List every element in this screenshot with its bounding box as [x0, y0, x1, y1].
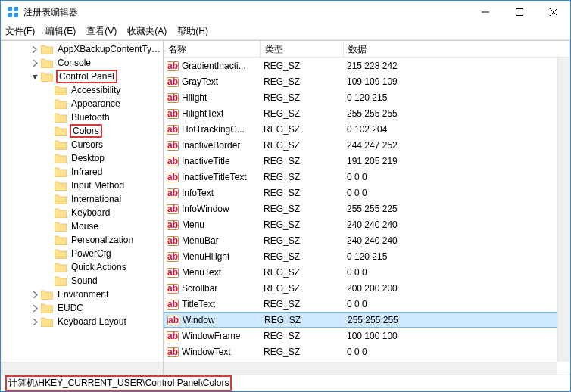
svg-text:ab: ab [167, 140, 178, 151]
tree-item[interactable]: Sound [2, 274, 163, 288]
tree-item[interactable]: Colors [2, 124, 163, 138]
row-data: 255 255 255 [345, 315, 569, 325]
row-name: InfoText [182, 188, 214, 198]
tree-spacer [43, 98, 54, 109]
table-row[interactable]: abMenuREG_SZ240 240 240 [164, 216, 570, 232]
tree-spacer [43, 166, 54, 177]
table-row[interactable]: abInactiveTitleREG_SZ191 205 219 [164, 153, 570, 169]
table-row[interactable]: abMenuTextREG_SZ0 0 0 [164, 264, 570, 280]
tree-item-label: Personalization [70, 235, 135, 245]
row-name: Menu [182, 219, 204, 230]
tree-item[interactable]: Quick Actions [2, 260, 163, 274]
tree-item[interactable]: Console [2, 56, 163, 70]
folder-icon [55, 99, 67, 109]
table-row[interactable]: abWindowFrameREG_SZ100 100 100 [164, 328, 570, 344]
folder-icon [55, 154, 67, 163]
tree-item[interactable]: AppXBackupContentType [2, 42, 163, 56]
chevron-down-icon[interactable] [30, 71, 40, 82]
tree-horizontal-scrollbar[interactable] [1, 362, 163, 375]
tree-item[interactable]: Personalization [2, 233, 163, 247]
tree-item[interactable]: Control Panel [2, 70, 163, 83]
tree-item[interactable]: International [2, 192, 163, 206]
chevron-right-icon[interactable] [30, 303, 40, 313]
svg-text:ab: ab [167, 283, 178, 294]
tree-item[interactable]: Appearance [2, 97, 163, 110]
list-horizontal-scrollbar[interactable] [164, 362, 557, 375]
svg-text:ab: ab [167, 156, 178, 166]
column-type[interactable]: 类型 [261, 41, 344, 57]
row-data: 240 240 240 [344, 219, 570, 230]
minimize-button[interactable] [468, 1, 502, 23]
table-row[interactable]: abHilightREG_SZ0 120 215 [164, 89, 570, 105]
row-type: REG_SZ [261, 283, 344, 294]
tree-item[interactable]: EUDC [2, 301, 163, 315]
chevron-right-icon[interactable] [30, 289, 40, 300]
row-name: HotTrackingC... [182, 124, 245, 135]
table-row[interactable]: abInfoTextREG_SZ0 0 0 [164, 185, 570, 201]
svg-text:ab: ab [167, 92, 178, 103]
table-row[interactable]: abWindowREG_SZ255 255 255 [164, 312, 570, 328]
tree-item[interactable]: Input Method [2, 179, 163, 192]
tree-panel[interactable]: AppXBackupContentTypeConsoleControl Pane… [1, 41, 164, 375]
table-row[interactable]: abMenuHilightREG_SZ0 120 215 [164, 248, 570, 264]
table-row[interactable]: abInactiveBorderREG_SZ244 247 252 [164, 137, 570, 153]
table-row[interactable]: abGrayTextREG_SZ109 109 109 [164, 73, 570, 89]
table-row[interactable]: abScrollbarREG_SZ200 200 200 [164, 280, 570, 296]
tree-item[interactable]: Environment [2, 288, 163, 301]
row-data: 191 205 219 [344, 156, 570, 166]
row-data: 0 0 0 [344, 347, 570, 357]
row-type: REG_SZ [261, 61, 344, 71]
tree-item-label: Quick Actions [70, 262, 128, 272]
table-row[interactable]: abWindowTextREG_SZ0 0 0 [164, 344, 570, 359]
tree-item[interactable]: Desktop [2, 151, 163, 165]
table-row[interactable]: abHilightTextREG_SZ255 255 255 [164, 105, 570, 121]
row-type: REG_SZ [261, 347, 344, 357]
tree-spacer [43, 126, 54, 136]
folder-icon [55, 167, 67, 177]
menu-file[interactable]: 文件(F) [5, 25, 35, 38]
table-row[interactable]: abInfoWindowREG_SZ255 255 225 [164, 201, 570, 216]
menu-favorites[interactable]: 收藏夹(A) [127, 25, 167, 38]
table-row[interactable]: abMenuBarREG_SZ240 240 240 [164, 232, 570, 248]
menu-view[interactable]: 查看(V) [86, 25, 117, 38]
menu-edit[interactable]: 编辑(E) [45, 25, 76, 38]
tree-item[interactable]: PowerCfg [2, 247, 163, 260]
tree-item[interactable]: Cursors [2, 138, 163, 151]
table-row[interactable]: abTitleTextREG_SZ0 0 0 [164, 296, 570, 312]
row-name: TitleText [182, 299, 215, 310]
tree-item-label: Appearance [70, 98, 122, 109]
close-button[interactable] [536, 1, 570, 23]
tree-item[interactable]: Accessibility [2, 83, 163, 97]
table-row[interactable]: abHotTrackingC...REG_SZ0 102 204 [164, 121, 570, 137]
string-value-icon: ab [167, 76, 179, 88]
tree-item[interactable]: Infrared [2, 165, 163, 179]
tree-item[interactable]: Bluetooth [2, 110, 163, 124]
maximize-button[interactable] [502, 1, 536, 23]
row-type: REG_SZ [261, 315, 345, 325]
tree-item[interactable]: Keyboard [2, 206, 163, 219]
tree-spacer [43, 248, 54, 259]
row-name: GrayText [182, 76, 218, 87]
content-area: AppXBackupContentTypeConsoleControl Pane… [1, 40, 570, 375]
chevron-right-icon[interactable] [30, 316, 40, 327]
chevron-right-icon[interactable] [30, 58, 40, 68]
svg-text:ab: ab [167, 108, 178, 119]
tree-item-label: AppXBackupContentType [56, 44, 163, 54]
row-type: REG_SZ [261, 124, 344, 135]
tree-item[interactable]: Keyboard Layout [2, 315, 163, 328]
row-name: InfoWindow [182, 204, 229, 214]
column-name[interactable]: 名称 [164, 41, 261, 57]
column-data[interactable]: 数据 [344, 41, 570, 57]
row-name: InactiveTitleText [182, 172, 247, 182]
tree-item-label: Colors [70, 124, 102, 138]
list-vertical-scrollbar[interactable] [557, 58, 570, 362]
table-row[interactable]: abInactiveTitleTextREG_SZ0 0 0 [164, 169, 570, 185]
string-value-icon: ab [167, 171, 179, 183]
string-value-icon: ab [167, 139, 179, 151]
chevron-right-icon[interactable] [30, 44, 40, 54]
tree-item-label: PowerCfg [70, 248, 113, 259]
table-row[interactable]: abGradientInacti...REG_SZ215 228 242 [164, 58, 570, 73]
svg-rect-0 [8, 7, 12, 11]
tree-item[interactable]: Mouse [2, 219, 163, 233]
menu-help[interactable]: 帮助(H) [177, 25, 208, 38]
